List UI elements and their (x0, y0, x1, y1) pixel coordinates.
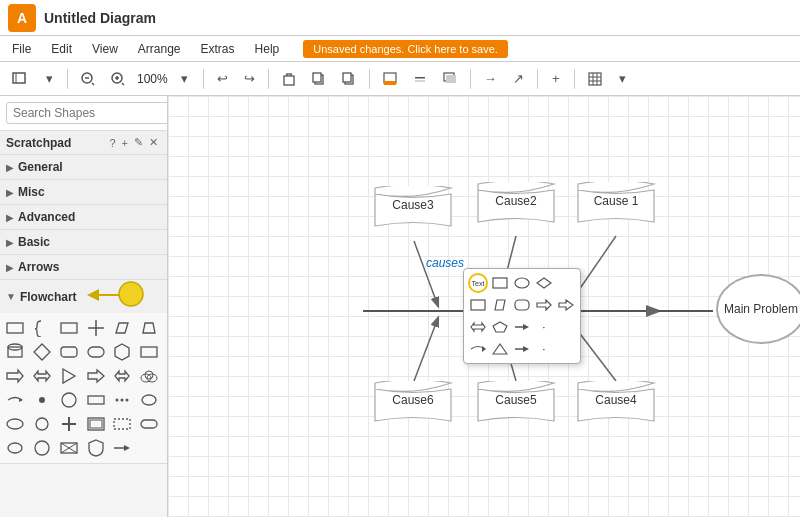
menu-edit[interactable]: Edit (47, 40, 76, 58)
picker-parallelogram[interactable] (490, 295, 510, 315)
picker-oval[interactable] (512, 273, 532, 293)
menu-view[interactable]: View (88, 40, 122, 58)
shape-arrow-right2[interactable] (111, 437, 133, 459)
menu-arrange[interactable]: Arrange (134, 40, 185, 58)
shape-loop[interactable] (85, 365, 107, 387)
cause5-shape[interactable]: Cause5 (476, 381, 556, 430)
picker-rounded[interactable] (512, 295, 532, 315)
picker-arrow3[interactable] (512, 339, 532, 359)
line-color-button[interactable] (407, 67, 433, 91)
shape-hexagon[interactable] (111, 341, 133, 363)
page-view-button[interactable] (6, 67, 34, 91)
picker-rect[interactable] (490, 273, 510, 293)
menubar: File Edit View Arrange Extras Help Unsav… (0, 36, 800, 62)
shape-arrow-curved[interactable] (4, 389, 26, 411)
shape-double-arrow[interactable] (111, 365, 133, 387)
cause6-shape[interactable]: Cause6 (373, 381, 453, 430)
shape-rectangle[interactable] (58, 317, 80, 339)
shape-dot[interactable] (31, 389, 53, 411)
shape-crossed-rect[interactable] (58, 437, 80, 459)
shape-ellipsis[interactable] (111, 389, 133, 411)
shape-ellipse2[interactable] (4, 437, 26, 459)
canvas[interactable]: Cause3 Cause2 Cause 1 Cause6 (168, 96, 800, 517)
scratchpad-help[interactable]: ? (106, 136, 118, 150)
copy-button[interactable] (306, 67, 332, 91)
section-misc-header[interactable]: ▶ Misc (0, 180, 167, 204)
main-problem-shape[interactable]: Main Problem (716, 274, 800, 344)
shape-frame[interactable] (85, 413, 107, 435)
shape-circle2[interactable] (31, 413, 53, 435)
search-input[interactable] (6, 102, 168, 124)
fill-color-button[interactable] (377, 67, 403, 91)
shape-shield[interactable] (85, 437, 107, 459)
picker-diamond[interactable] (534, 273, 554, 293)
shape-process[interactable] (4, 317, 26, 339)
cause4-shape[interactable]: Cause4 (576, 381, 656, 430)
shape-curly-brace[interactable] (31, 317, 53, 339)
zoom-out-button[interactable] (75, 67, 101, 91)
section-arrows-header[interactable]: ▶ Arrows (0, 255, 167, 279)
menu-file[interactable]: File (8, 40, 35, 58)
view-dropdown[interactable]: ▾ (38, 67, 60, 91)
picker-pentagon[interactable] (490, 317, 510, 337)
section-basic-header[interactable]: ▶ Basic (0, 230, 167, 254)
shape-oval[interactable] (4, 413, 26, 435)
picker-dot2[interactable]: · (534, 317, 554, 337)
shape-arrow-right[interactable] (4, 365, 26, 387)
shape-cloud[interactable] (138, 365, 160, 387)
shape-pill[interactable] (138, 413, 160, 435)
shape-parallelogram[interactable] (111, 317, 133, 339)
menu-help[interactable]: Help (251, 40, 284, 58)
shape-cylinder[interactable] (4, 341, 26, 363)
picker-double-arrow[interactable] (468, 317, 488, 337)
picker-loop2[interactable] (556, 295, 576, 315)
picker-rect2[interactable] (468, 295, 488, 315)
shadow-button[interactable] (437, 67, 463, 91)
table-dropdown[interactable]: ▾ (612, 67, 634, 91)
shape-diamond[interactable] (31, 341, 53, 363)
picker-arrow2[interactable] (534, 295, 554, 315)
shape-rounded-rect[interactable] (58, 341, 80, 363)
picker-curved[interactable] (468, 339, 488, 359)
shape-cross[interactable] (85, 317, 107, 339)
picker-dot3[interactable]: · (534, 339, 554, 359)
shape-circle[interactable] (58, 389, 80, 411)
cause3-shape[interactable]: Cause3 (373, 186, 453, 235)
picker-arrow-r[interactable] (512, 317, 532, 337)
svg-rect-42 (141, 347, 157, 357)
insert-button[interactable]: + (545, 67, 567, 91)
cause1-shape[interactable]: Cause 1 (576, 182, 656, 231)
section-flowchart-header[interactable]: ▼ Flowchart (0, 280, 167, 313)
shape-rounded-rect2[interactable] (85, 341, 107, 363)
shape-trapezoid[interactable] (138, 317, 160, 339)
section-arrows: ▶ Arrows (0, 255, 167, 280)
cause2-shape[interactable]: Cause2 (476, 182, 556, 231)
picker-triangle[interactable] (490, 339, 510, 359)
section-advanced-header[interactable]: ▶ Advanced (0, 205, 167, 229)
shape-arrow-both[interactable] (31, 365, 53, 387)
table-button[interactable] (582, 67, 608, 91)
scratchpad-close[interactable]: ✕ (146, 135, 161, 150)
shape-circle3[interactable] (31, 437, 53, 459)
unsaved-changes-button[interactable]: Unsaved changes. Click here to save. (303, 40, 508, 58)
shape-plus[interactable] (58, 413, 80, 435)
scratchpad-edit[interactable]: ✎ (131, 135, 146, 150)
section-general-header[interactable]: ▶ General (0, 155, 167, 179)
shape-rect-empty[interactable] (138, 341, 160, 363)
shape-picker-popup[interactable]: Text · · (463, 268, 581, 364)
undo-button[interactable]: ↩ (211, 67, 234, 91)
shape-ellipse[interactable] (138, 389, 160, 411)
picker-text[interactable]: Text (468, 273, 488, 293)
shape-rect2[interactable] (85, 389, 107, 411)
menu-extras[interactable]: Extras (197, 40, 239, 58)
shape-dash-rect[interactable] (111, 413, 133, 435)
paste-button[interactable] (336, 67, 362, 91)
delete-button[interactable] (276, 67, 302, 91)
zoom-in-button[interactable] (105, 67, 131, 91)
conn-style-2[interactable]: ↗ (507, 67, 530, 91)
scratchpad-add[interactable]: + (119, 136, 131, 150)
zoom-dropdown[interactable]: ▾ (174, 67, 196, 91)
conn-style-1[interactable]: → (478, 67, 503, 91)
redo-button[interactable]: ↪ (238, 67, 261, 91)
shape-play[interactable] (58, 365, 80, 387)
